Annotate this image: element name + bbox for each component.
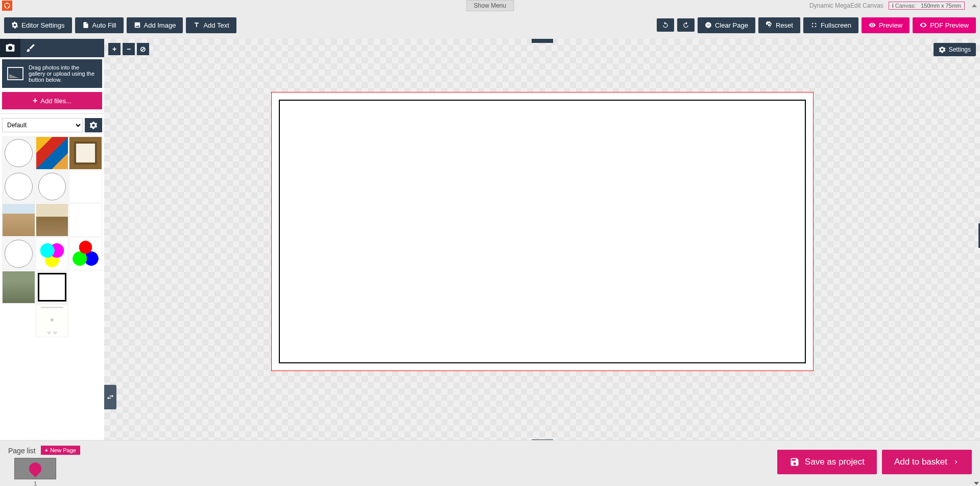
scroll-indicator-icon <box>974 482 979 485</box>
upload-hint: Drag photos into the gallery or upload u… <box>2 59 102 88</box>
thumbnail-item[interactable] <box>69 136 102 170</box>
sidebar-tabs <box>0 39 104 57</box>
thumbnail-item[interactable] <box>69 237 102 270</box>
app-icon <box>2 1 12 11</box>
thumbnail-item[interactable] <box>36 203 69 237</box>
redo-button[interactable] <box>677 18 695 32</box>
add-files-button[interactable]: + Add files... <box>2 92 102 109</box>
thumbnail-grid <box>0 136 104 337</box>
zoom-reset-button[interactable]: ⊘ <box>137 43 149 55</box>
bottom-bar: Page list + New Page 1 Save as project A… <box>0 440 980 486</box>
svg-point-1 <box>7 3 8 4</box>
add-text-button[interactable]: Add Text <box>186 17 236 33</box>
svg-point-2 <box>5 6 6 7</box>
auto-fill-button[interactable]: Auto Fill <box>75 17 124 33</box>
canvas-info: i Canvas: 150mm x 75mm <box>889 2 965 10</box>
svg-point-3 <box>8 6 9 7</box>
brush-tab[interactable] <box>20 39 41 57</box>
pin-icon <box>27 460 44 477</box>
sidebar: Drag photos into the gallery or upload u… <box>0 39 104 440</box>
image-icon <box>7 67 23 80</box>
main-area: Drag photos into the gallery or upload u… <box>0 39 980 440</box>
new-page-button[interactable]: + New Page <box>41 446 80 455</box>
page-number: 1 <box>14 480 56 486</box>
add-image-button[interactable]: Add Image <box>127 17 183 33</box>
zoom-out-button[interactable]: − <box>123 43 135 55</box>
page-thumbnail[interactable]: 1 <box>14 458 56 486</box>
panel-handle-top[interactable] <box>532 39 553 43</box>
swap-panel-button[interactable] <box>104 385 116 409</box>
canvas-page[interactable] <box>279 100 806 363</box>
pdf-preview-button[interactable]: PDF Preview <box>913 17 976 33</box>
undo-button[interactable] <box>657 18 674 32</box>
thumbnail-item[interactable] <box>69 170 102 203</box>
thumbnail-item[interactable] <box>2 170 35 203</box>
editor-settings-button[interactable]: Editor Settings <box>4 17 72 33</box>
thumbnail-item[interactable] <box>36 304 69 337</box>
canvas-area[interactable]: + − ⊘ Settings <box>104 39 980 440</box>
thumbnail-item[interactable] <box>36 136 69 170</box>
thumbnail-item[interactable] <box>36 237 69 270</box>
thumbnail-item[interactable] <box>69 203 102 237</box>
album-select[interactable]: Default <box>2 118 83 132</box>
main-toolbar: Editor Settings Auto Fill Add Image Add … <box>0 11 980 39</box>
reset-button[interactable]: Reset <box>758 17 800 33</box>
thumbnail-item[interactable] <box>36 170 69 203</box>
thumbnail-item[interactable] <box>36 271 69 304</box>
fullscreen-button[interactable]: Fullscreen <box>803 17 858 33</box>
thumbnail-item[interactable] <box>2 237 35 270</box>
collapse-arrow-icon[interactable] <box>972 4 977 7</box>
thumbnail-item[interactable] <box>2 136 35 170</box>
page-list-label: Page list <box>8 447 36 455</box>
preview-button[interactable]: Preview <box>862 17 910 33</box>
canvas-wrap <box>271 92 814 371</box>
save-project-button[interactable]: Save as project <box>777 450 877 474</box>
canvas-bleed-border <box>271 92 814 371</box>
app-title: Dynamic MegaEdit Canvas <box>809 2 883 9</box>
add-to-basket-button[interactable]: Add to basket <box>882 450 972 474</box>
zoom-in-button[interactable]: + <box>108 43 121 55</box>
thumbnail-item[interactable] <box>2 271 35 304</box>
album-settings-button[interactable] <box>85 118 102 132</box>
clear-page-button[interactable]: Clear Page <box>698 17 755 33</box>
canvas-settings-button[interactable]: Settings <box>934 43 976 56</box>
top-bar: Show Menu Dynamic MegaEdit Canvas i Canv… <box>0 0 980 11</box>
show-menu-button[interactable]: Show Menu <box>466 0 514 11</box>
photos-tab[interactable] <box>0 39 20 57</box>
thumbnail-item[interactable] <box>2 203 35 237</box>
